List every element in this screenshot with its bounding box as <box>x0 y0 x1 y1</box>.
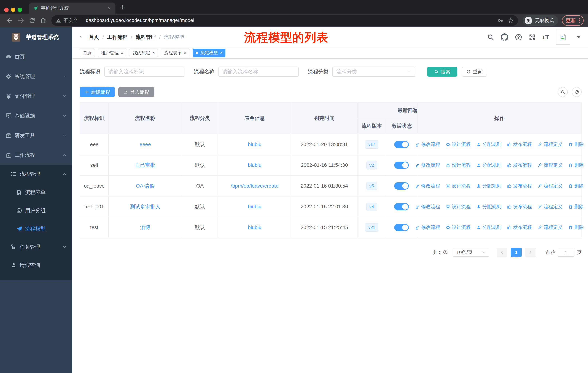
sidebar-item-user-group[interactable]: 用户分组 <box>0 202 72 220</box>
publish-process-link[interactable]: 发布流程 <box>507 183 532 189</box>
window-controls[interactable] <box>4 8 22 12</box>
sidebar-item-workflow[interactable]: 工作流程 <box>0 145 72 165</box>
publish-process-link[interactable]: 发布流程 <box>507 224 532 231</box>
search-button[interactable]: 搜索 <box>427 67 457 77</box>
process-name-link[interactable]: eeee <box>139 141 151 147</box>
delete-process-link[interactable]: 删除 <box>568 224 584 231</box>
edit-process-link[interactable]: 修改流程 <box>415 203 440 210</box>
sidebar-item-infra[interactable]: 基础设施 <box>0 106 72 126</box>
delete-process-link[interactable]: 删除 <box>568 203 584 210</box>
create-process-button[interactable]: 新建流程 <box>80 87 115 97</box>
active-toggle[interactable] <box>394 161 409 169</box>
avatar[interactable] <box>556 30 570 45</box>
prev-page-button[interactable] <box>496 248 507 257</box>
fullscreen-icon[interactable] <box>529 34 536 40</box>
tag-close-icon[interactable]: × <box>220 50 222 55</box>
reset-button[interactable]: 重置 <box>462 67 486 77</box>
address-bar[interactable]: 不安全 dashboard.yudao.iocoder.cn/bpm/manag… <box>51 15 518 26</box>
current-page-button[interactable]: 1 <box>511 248 522 257</box>
assign-rule-link[interactable]: 分配规则 <box>476 224 501 231</box>
home-icon[interactable] <box>40 17 47 24</box>
search-icon[interactable] <box>487 34 494 40</box>
sidebar-item-process-model[interactable]: 流程模型 <box>0 220 72 238</box>
edit-process-link[interactable]: 修改流程 <box>415 224 440 231</box>
tag-close-icon[interactable]: × <box>152 50 155 55</box>
sidebar-item-home[interactable]: 首页 <box>0 47 72 67</box>
tag-my-process[interactable]: 我的流程 × <box>130 49 158 57</box>
process-id-input[interactable] <box>104 67 184 77</box>
delete-process-link[interactable]: 删除 <box>568 183 584 189</box>
github-icon[interactable] <box>501 33 508 41</box>
process-definition-link[interactable]: 流程定义 <box>537 141 563 148</box>
close-window-button[interactable] <box>4 8 9 12</box>
assign-rule-link[interactable]: 分配规则 <box>476 141 501 148</box>
active-toggle[interactable] <box>394 182 409 190</box>
import-process-button[interactable]: 导入流程 <box>118 87 154 97</box>
forward-icon[interactable] <box>18 17 24 24</box>
password-key-icon[interactable] <box>497 18 503 23</box>
reload-icon[interactable] <box>29 17 35 24</box>
help-icon[interactable] <box>515 33 522 41</box>
process-name-link[interactable]: 测试多审批人 <box>130 203 161 210</box>
active-toggle[interactable] <box>394 224 409 231</box>
bookmark-star-icon[interactable] <box>508 18 514 23</box>
design-process-link[interactable]: 设计流程 <box>446 224 471 231</box>
font-size-icon[interactable]: тT <box>542 33 549 40</box>
sidebar-item-payment[interactable]: 支付管理 <box>0 86 72 106</box>
minimize-window-button[interactable] <box>11 8 15 12</box>
next-page-button[interactable] <box>525 248 536 257</box>
user-menu-caret-icon[interactable] <box>577 36 581 39</box>
sidebar-item-system[interactable]: 系统管理 <box>0 67 72 86</box>
refresh-table-button[interactable] <box>572 87 582 97</box>
form-info-link[interactable]: biubiu <box>248 141 262 147</box>
process-category-select[interactable]: 流程分类 <box>332 67 415 77</box>
form-info-link[interactable]: biubiu <box>248 162 262 168</box>
process-definition-link[interactable]: 流程定义 <box>537 203 563 210</box>
tag-process-form[interactable]: 流程表单 × <box>161 49 189 57</box>
sidebar-item-devtools[interactable]: 研发工具 <box>0 126 72 145</box>
process-definition-link[interactable]: 流程定义 <box>537 224 563 231</box>
page-size-select[interactable]: 10条/页 <box>453 248 489 257</box>
design-process-link[interactable]: 设计流程 <box>446 141 471 148</box>
browser-update-button[interactable]: 更新 <box>562 15 584 26</box>
process-definition-link[interactable]: 流程定义 <box>537 183 563 189</box>
edit-process-link[interactable]: 修改流程 <box>415 162 440 168</box>
edit-process-link[interactable]: 修改流程 <box>415 183 440 189</box>
form-info-link[interactable]: biubiu <box>248 225 262 230</box>
process-name-link[interactable]: 滔博 <box>140 224 150 231</box>
app-logo[interactable]: 芋道管理系统 <box>0 27 72 47</box>
back-icon[interactable] <box>6 17 13 24</box>
sidebar-item-process-form[interactable]: 流程表单 <box>0 183 72 202</box>
hamburger-icon[interactable] <box>77 33 84 41</box>
form-info-link[interactable]: /bpm/oa/leave/create <box>231 183 279 189</box>
design-process-link[interactable]: 设计流程 <box>446 203 471 210</box>
zoom-window-button[interactable] <box>18 8 22 12</box>
design-process-link[interactable]: 设计流程 <box>446 162 471 168</box>
form-info-link[interactable]: biubiu <box>248 204 262 210</box>
toggle-search-button[interactable] <box>558 87 568 97</box>
tab-close-icon[interactable] <box>107 6 111 10</box>
publish-process-link[interactable]: 发布流程 <box>507 141 532 148</box>
process-definition-link[interactable]: 流程定义 <box>537 162 563 168</box>
process-name-link[interactable]: 自己审批 <box>135 162 156 169</box>
breadcrumb-workflow[interactable]: 工作流程 <box>107 34 128 40</box>
publish-process-link[interactable]: 发布流程 <box>507 203 532 210</box>
process-name-link[interactable]: OA 请假 <box>136 182 155 189</box>
tag-tenant[interactable]: 租户管理 × <box>98 49 126 57</box>
browser-menu-icon[interactable] <box>579 18 580 23</box>
sidebar-item-leave-query[interactable]: 请假查询 <box>0 256 72 274</box>
sidebar-item-task-management[interactable]: 任务管理 <box>0 238 72 256</box>
assign-rule-link[interactable]: 分配规则 <box>476 183 501 189</box>
tag-home[interactable]: 首页 <box>80 49 95 57</box>
new-tab-button[interactable] <box>119 4 126 10</box>
delete-process-link[interactable]: 删除 <box>568 162 584 168</box>
delete-process-link[interactable]: 删除 <box>568 141 584 148</box>
sidebar-item-process-management[interactable]: 流程管理 <box>0 165 72 183</box>
tag-process-model[interactable]: 流程模型 × <box>193 49 226 57</box>
active-toggle[interactable] <box>394 203 409 210</box>
tag-close-icon[interactable]: × <box>121 50 123 55</box>
active-toggle[interactable] <box>394 141 409 148</box>
goto-page-input[interactable] <box>558 248 574 257</box>
process-name-input[interactable] <box>218 67 299 77</box>
assign-rule-link[interactable]: 分配规则 <box>476 203 501 210</box>
